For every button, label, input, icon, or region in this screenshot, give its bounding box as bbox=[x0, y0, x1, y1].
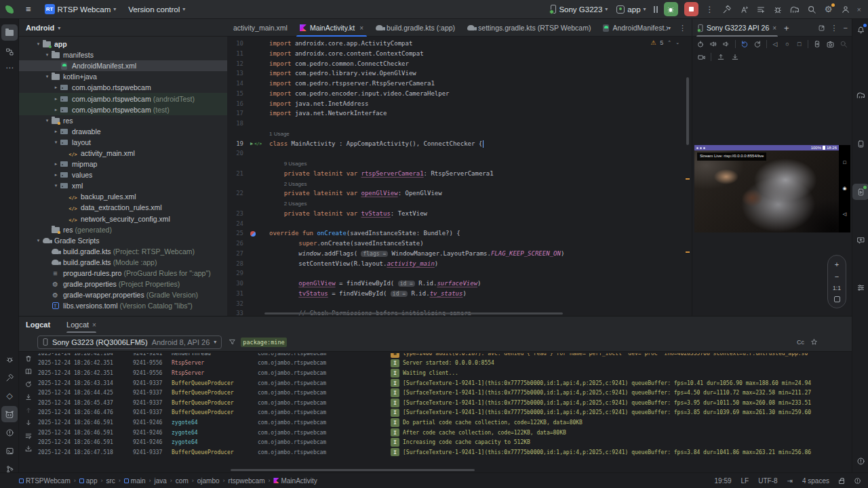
breadcrumb-item[interactable]: src bbox=[106, 477, 115, 485]
tree-item[interactable]: ▾app bbox=[19, 39, 227, 49]
app-quality-insights-button[interactable] bbox=[852, 279, 868, 296]
override-method-icon[interactable] bbox=[250, 231, 256, 237]
hide-panel-icon[interactable]: − bbox=[844, 24, 848, 32]
run-config-selector[interactable]: app ▾ bbox=[615, 3, 647, 16]
zoom-out-button[interactable]: − bbox=[835, 273, 839, 281]
tree-item[interactable]: ▸drawable bbox=[19, 126, 227, 137]
push-file-button[interactable] bbox=[716, 52, 726, 62]
apply-changes-button[interactable] bbox=[738, 4, 749, 15]
tree-item[interactable]: backup_rules.xml bbox=[19, 191, 227, 202]
encoding[interactable]: UTF-8 bbox=[758, 477, 777, 485]
inspection-widget[interactable]: ⚠ 5 ⌃ ⌄ bbox=[650, 39, 679, 46]
running-devices-button[interactable] bbox=[852, 184, 868, 200]
tree-item[interactable]: ▾xml bbox=[19, 180, 227, 191]
indent-setting[interactable]: 4 spaces bbox=[802, 477, 829, 485]
save-file-button[interactable] bbox=[730, 52, 740, 62]
tree-item[interactable]: ▸com.ojambo.rtspwebcam(test) bbox=[19, 104, 227, 115]
match-case-button[interactable]: Cc bbox=[797, 339, 804, 346]
close-window-icon[interactable]: × bbox=[857, 5, 861, 14]
build-button[interactable] bbox=[722, 4, 732, 15]
tree-item[interactable]: AndroidManifest.xml bbox=[19, 60, 227, 71]
close-icon[interactable]: × bbox=[359, 24, 363, 32]
tree-item[interactable]: ▾Gradle Scripts bbox=[19, 235, 227, 246]
gradle-sync-button[interactable] bbox=[789, 4, 800, 15]
device-screen[interactable]: 100% 18:26 Stream Live: rtsp://0.0.0.0:8… bbox=[694, 145, 850, 232]
editor-hscrollbar[interactable] bbox=[264, 312, 563, 314]
logcat-device-selector[interactable]: Sony G3223 (RQ3006LFM5) Android 8, API 2… bbox=[37, 336, 222, 349]
nav-home-icon[interactable]: ◉ bbox=[842, 186, 846, 190]
tree-item[interactable]: ▾kotlin+java bbox=[19, 71, 227, 82]
panel-options-icon[interactable]: ⋮ bbox=[831, 24, 838, 33]
assistant-button[interactable] bbox=[852, 232, 868, 248]
breadcrumb-item[interactable]: com bbox=[176, 477, 189, 485]
profiler-button[interactable] bbox=[654, 6, 658, 13]
tree-item[interactable]: ▾layout bbox=[19, 137, 227, 148]
build-variants-button[interactable] bbox=[755, 4, 766, 15]
main-menu-button[interactable]: ≡ bbox=[20, 4, 37, 14]
breadcrumb-item[interactable]: app bbox=[79, 477, 98, 485]
tree-item[interactable]: ▸mipmap bbox=[19, 159, 227, 169]
restart-logcat-icon[interactable] bbox=[24, 380, 33, 388]
account-button[interactable] bbox=[840, 4, 851, 15]
device-tab[interactable]: Sony G3223 API 26 × bbox=[696, 19, 778, 37]
project-tool-button[interactable] bbox=[1, 24, 18, 41]
editor-tab[interactable]: build.gradle.kts (:app) bbox=[370, 19, 461, 37]
favorite-filter-icon[interactable] bbox=[810, 338, 818, 346]
caret-position[interactable]: 19:59 bbox=[715, 477, 732, 485]
tree-item[interactable]: activity_main.xml bbox=[19, 148, 227, 159]
editor-tab[interactable]: activity_main.xml bbox=[227, 19, 294, 37]
stop-button[interactable] bbox=[684, 2, 698, 16]
vcs-widget[interactable]: Version control ▾ bbox=[124, 3, 189, 16]
screenshot-button[interactable] bbox=[826, 39, 835, 49]
attach-debugger-button[interactable] bbox=[772, 4, 783, 15]
debug-tool-button[interactable] bbox=[1, 351, 18, 367]
tree-item[interactable]: gradle-wrapper.properties(Gradle Version… bbox=[19, 289, 227, 300]
more-actions-button[interactable]: ⋮ bbox=[705, 5, 715, 14]
more-tools-button[interactable]: ⋯ bbox=[1, 60, 18, 76]
nav-overview-icon[interactable]: □ bbox=[843, 160, 846, 165]
close-icon[interactable]: × bbox=[92, 321, 96, 329]
tree-item[interactable]: build.gradle.kts(Module :app) bbox=[19, 257, 227, 268]
line-ending[interactable]: LF bbox=[741, 477, 749, 485]
resource-manager-button[interactable]: ◇ bbox=[1, 388, 18, 404]
editor-tab[interactable]: settings.gradle.kts (RTSP Webcam) bbox=[461, 19, 597, 37]
inspections-status-icon[interactable] bbox=[854, 477, 861, 485]
tree-item[interactable]: build.gradle.kts(Project: RTSP_Webcam) bbox=[19, 246, 227, 257]
tree-item[interactable]: proguard-rules.pro(ProGuard Rules for ":… bbox=[19, 268, 227, 279]
tree-item[interactable]: data_extraction_rules.xml bbox=[19, 202, 227, 213]
tree-item[interactable]: libs.versions.toml(Version Catalog "libs… bbox=[19, 300, 227, 311]
search-everywhere-button[interactable] bbox=[806, 4, 817, 15]
logcat-hscrollbar[interactable] bbox=[231, 469, 475, 471]
readonly-lock-icon[interactable] bbox=[839, 480, 844, 484]
project-view-selector[interactable]: Android ▾ bbox=[20, 19, 224, 37]
record-video-button[interactable] bbox=[696, 52, 706, 62]
history-icon[interactable] bbox=[24, 367, 33, 375]
rotate-left-button[interactable] bbox=[741, 39, 749, 49]
breadcrumb-item[interactable]: RTSPWebcam bbox=[19, 477, 71, 485]
tree-item[interactable]: ▸com.ojambo.rtspwebcam(androidTest) bbox=[19, 93, 227, 104]
code-editor[interactable]: 10import androidx.core.app.ActivityCompa… bbox=[227, 37, 692, 316]
runnable-code-icon[interactable]: </> bbox=[254, 141, 262, 146]
logcat-tab[interactable]: Logcat × bbox=[66, 317, 96, 333]
scroll-to-end-icon[interactable] bbox=[24, 393, 33, 401]
open-in-window-icon[interactable] bbox=[818, 24, 825, 32]
project-tree[interactable]: ▾app▾manifestsAndroidManifest.xml▾kotlin… bbox=[19, 37, 227, 316]
android-back-button[interactable]: ◁ bbox=[772, 39, 779, 49]
export-logs-icon[interactable] bbox=[24, 445, 33, 453]
close-icon[interactable]: × bbox=[772, 24, 776, 32]
device-power-button[interactable] bbox=[696, 39, 705, 49]
settings-button[interactable]: ⚙ bbox=[823, 4, 834, 15]
build-tool-button[interactable] bbox=[1, 369, 18, 386]
screen-record-button[interactable] bbox=[840, 39, 848, 49]
device-selector[interactable]: Sony G3223 ▾ bbox=[549, 3, 609, 16]
add-device-button[interactable]: + bbox=[782, 23, 791, 33]
structure-tool-button[interactable] bbox=[1, 43, 18, 60]
project-widget[interactable]: RT RTSP Webcam ▾ bbox=[41, 2, 121, 16]
log-list[interactable]: 2025-12-24 18:26:42.1849241-9241RenderTh… bbox=[38, 353, 849, 467]
zoom-reset-button[interactable]: 1:1 bbox=[833, 285, 841, 291]
tree-item[interactable]: network_security_config.xml bbox=[19, 214, 227, 224]
device-settings-button[interactable] bbox=[813, 39, 821, 49]
gradle-tool-button[interactable] bbox=[852, 87, 868, 103]
breadcrumb-item[interactable]: main bbox=[124, 477, 146, 485]
run-class-icon[interactable]: ▶ bbox=[250, 139, 253, 149]
